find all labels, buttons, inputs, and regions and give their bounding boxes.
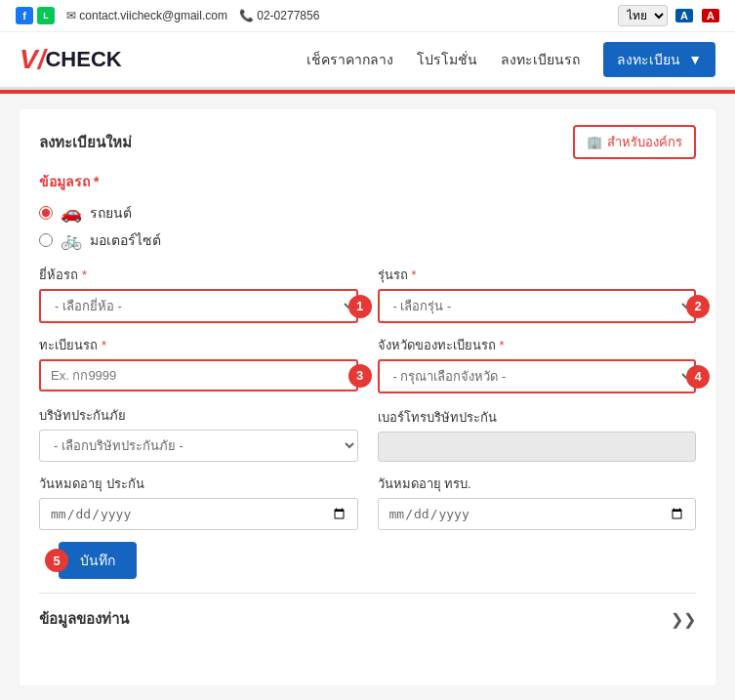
model-group: รุ่นรถ * - เลือกรุ่น - 2 <box>378 265 697 323</box>
insurance-co-select[interactable]: - เลือกบริษัทประกันภัย - <box>39 430 358 462</box>
model-label: รุ่นรถ * <box>378 265 697 285</box>
topbar-phone: 📞 02-0277856 <box>239 9 319 22</box>
logo-v: V/ <box>20 44 45 75</box>
insurance-expire-label: วันหมดอายุ ประกัน <box>39 474 358 494</box>
line-icon[interactable]: L <box>37 7 55 24</box>
tax-expire-label: วันหมดอายุ ทรบ. <box>378 474 697 494</box>
province-select[interactable]: - กรุณาเลือกจังหวัด - <box>378 359 697 393</box>
navbar: V/ CHECK เช็คราคากลาง โปรโมชั่น ลงทะเบีย… <box>0 32 735 90</box>
badge-1: 1 <box>348 295 372 318</box>
nav-promo[interactable]: โปรโมชั่น <box>417 49 477 70</box>
insurance-expire-group: วันหมดอายุ ประกัน <box>39 474 358 530</box>
user-info-title: ข้อมูลของท่าน <box>39 607 129 631</box>
moto-icon: 🚲 <box>61 229 82 251</box>
car-icon: 🚗 <box>61 202 82 224</box>
chevron-down-icon: ▼ <box>688 52 702 67</box>
brand-select[interactable]: - เลือกยี่ห้อ - <box>39 289 358 323</box>
model-select[interactable]: - เลือกรุ่น - <box>378 289 697 323</box>
topbar: f L ✉ contact.viicheck@gmail.com 📞 02-02… <box>0 0 735 32</box>
insurance-phone-group: เบอร์โทรบริษัทประกัน <box>378 407 697 462</box>
model-input-wrapper: - เลือกรุ่น - 2 <box>378 289 697 323</box>
insurance-expire-input[interactable] <box>39 498 358 530</box>
insurance-co-label: บริษัทประกันภัย <box>39 405 358 426</box>
province-group: จังหวัดของทะเบียนรถ * - กรุณาเลือกจังหวั… <box>378 335 697 393</box>
logo-check: CHECK <box>45 47 121 72</box>
brand-group: ยี่ห้อรถ * - เลือกยี่ห้อ - 1 <box>39 265 358 323</box>
section-header: ลงทะเบียนใหม่ 🏢 สำหรับองค์กร <box>39 125 696 159</box>
z-icon: A <box>702 9 719 22</box>
chevron-down-icon: ❯❯ <box>671 610 696 629</box>
badge-5: 5 <box>45 549 68 572</box>
badge-4: 4 <box>686 365 710 389</box>
vehicle-type-group: 🚗 รถยนต์ 🚲 มอเตอร์ไซต์ <box>39 202 696 251</box>
a-icon: A <box>675 9 693 22</box>
badge-2: 2 <box>686 295 710 318</box>
topbar-right: ไทย EN A A <box>618 5 719 26</box>
building-icon: 🏢 <box>587 135 602 149</box>
date-row: วันหมดอายุ ประกัน วันหมดอายุ ทรบ. <box>39 474 696 530</box>
insurance-phone-input[interactable] <box>378 432 697 462</box>
insurance-row: บริษัทประกันภัย - เลือกบริษัทประกันภัย -… <box>39 405 696 462</box>
nav-links: เช็คราคากลาง โปรโมชั่น ลงทะเบียนรถ ลงทะเ… <box>306 42 715 77</box>
corp-button[interactable]: 🏢 สำหรับองค์กร <box>573 125 696 159</box>
facebook-icon[interactable]: f <box>16 7 33 24</box>
social-icons: f L <box>16 7 55 24</box>
moto-radio[interactable] <box>39 233 53 247</box>
nav-register-button[interactable]: ลงทะเบียน ▼ <box>603 42 715 77</box>
plate-input-wrapper: 3 <box>39 359 358 391</box>
car-label: รถยนต์ <box>90 202 132 224</box>
tax-expire-input[interactable] <box>378 498 697 530</box>
brand-label: ยี่ห้อรถ * <box>39 265 358 285</box>
insurance-co-group: บริษัทประกันภัย - เลือกบริษัทประกันภัย - <box>39 405 358 462</box>
tax-expire-group: วันหมดอายุ ทรบ. <box>378 474 697 530</box>
save-btn-wrapper: 5 บันทึก <box>39 542 696 579</box>
moto-label: มอเตอร์ไซต์ <box>90 229 161 251</box>
user-info-section[interactable]: ข้อมูลของท่าน ❯❯ <box>39 607 696 631</box>
plate-input[interactable] <box>39 359 358 391</box>
car-radio[interactable] <box>39 206 53 220</box>
province-input-wrapper: - กรุณาเลือกจังหวัด - 4 <box>378 359 697 393</box>
radio-car[interactable]: 🚗 รถยนต์ <box>39 202 696 224</box>
plate-group: ทะเบียนรถ * 3 <box>39 335 358 393</box>
plate-label: ทะเบียนรถ * <box>39 335 358 355</box>
brand-input-wrapper: - เลือกยี่ห้อ - 1 <box>39 289 358 323</box>
province-label: จังหวัดของทะเบียนรถ * <box>378 335 697 355</box>
page-title: ลงทะเบียนใหม่ <box>39 131 132 154</box>
form-row-2: ทะเบียนรถ * 3 จังหวัดของทะเบียนรถ * - กร… <box>39 335 696 393</box>
topbar-email: ✉ contact.viicheck@gmail.com <box>66 9 227 22</box>
logo[interactable]: V/ CHECK <box>20 44 122 75</box>
extra-space <box>39 631 696 670</box>
nav-register[interactable]: ลงทะเบียนรถ <box>501 49 580 70</box>
registration-card: ลงทะเบียนใหม่ 🏢 สำหรับองค์กร ข้อมูลรถ * … <box>20 109 715 685</box>
divider <box>39 593 696 594</box>
insurance-phone-label: เบอร์โทรบริษัทประกัน <box>378 407 697 428</box>
badge-3: 3 <box>348 364 372 388</box>
nav-check-price[interactable]: เช็คราคากลาง <box>306 49 393 70</box>
radio-moto[interactable]: 🚲 มอเตอร์ไซต์ <box>39 229 696 251</box>
form-row-1: ยี่ห้อรถ * - เลือกยี่ห้อ - 1 รุ่นรถ * - … <box>39 265 696 323</box>
vehicle-info-title: ข้อมูลรถ * <box>39 171 696 192</box>
save-button[interactable]: 5 บันทึก <box>59 542 137 579</box>
main-content: ลงทะเบียนใหม่ 🏢 สำหรับองค์กร ข้อมูลรถ * … <box>0 94 735 700</box>
language-select[interactable]: ไทย EN <box>618 5 668 26</box>
topbar-left: f L ✉ contact.viicheck@gmail.com 📞 02-02… <box>16 7 319 24</box>
